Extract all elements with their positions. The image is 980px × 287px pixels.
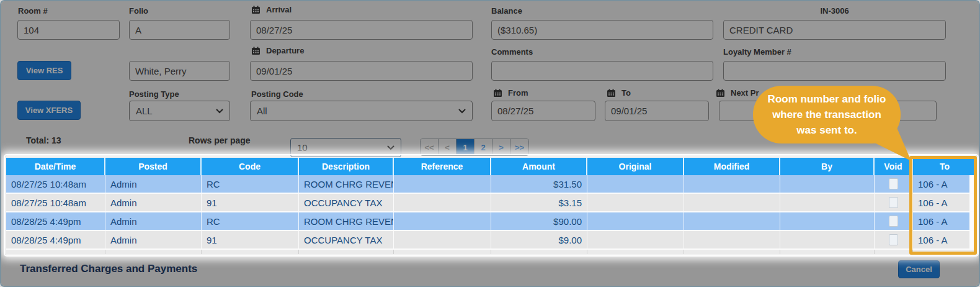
pagination-first-button[interactable]: << bbox=[421, 139, 439, 155]
column-header-reference: Reference bbox=[394, 158, 491, 175]
chevron-down-icon bbox=[458, 109, 466, 114]
total-count-label: Total: 13 bbox=[26, 135, 61, 145]
pagination-page-1-button[interactable]: 1 bbox=[457, 139, 474, 155]
next-payment-label: Next Pr bbox=[716, 88, 759, 98]
pagination: << < 1 2 > >> bbox=[420, 139, 529, 156]
column-header-amount: Amount bbox=[491, 158, 587, 175]
to-date-input[interactable] bbox=[605, 101, 709, 121]
chevron-down-icon bbox=[216, 109, 223, 114]
cancel-button[interactable]: Cancel bbox=[898, 260, 940, 278]
column-header-description: Description bbox=[299, 158, 394, 175]
column-header-to: To bbox=[913, 158, 976, 175]
column-header-original: Original bbox=[587, 158, 684, 175]
table-row[interactable]: 08/28/25 4:49pm Admin 91 OCCUPANCY TAX $… bbox=[6, 231, 976, 250]
comments-input[interactable] bbox=[491, 61, 713, 81]
chevron-down-icon bbox=[387, 145, 394, 150]
table-bottom-strip bbox=[6, 250, 976, 254]
pagination-prev-button[interactable]: < bbox=[439, 139, 457, 155]
folio-input[interactable] bbox=[129, 20, 230, 40]
posting-type-label: Posting Type bbox=[129, 89, 179, 99]
from-label: From bbox=[493, 88, 528, 98]
arrival-date-input[interactable] bbox=[250, 20, 473, 40]
from-date-input[interactable] bbox=[491, 101, 595, 121]
void-checkbox[interactable] bbox=[889, 216, 898, 227]
void-checkbox[interactable] bbox=[889, 178, 898, 189]
callout-bubble: Room number and folio where the transact… bbox=[753, 86, 901, 144]
pagination-last-button[interactable]: >> bbox=[510, 139, 528, 155]
loyalty-member-label: Loyalty Member # bbox=[723, 47, 791, 57]
guest-name-input[interactable] bbox=[129, 61, 230, 81]
transactions-table: Date/Time Posted Code Description Refere… bbox=[6, 158, 976, 254]
pagination-next-button[interactable]: > bbox=[492, 139, 510, 155]
column-header-void: Void bbox=[875, 158, 913, 175]
to-label: To bbox=[607, 88, 631, 98]
room-number-input[interactable] bbox=[17, 20, 120, 40]
rows-per-page-select[interactable]: 10 bbox=[290, 138, 401, 157]
calendar-icon bbox=[493, 89, 502, 98]
void-checkbox[interactable] bbox=[889, 234, 898, 245]
table-row[interactable]: 08/28/25 4:49pm Admin RC ROOM CHRG REVEN… bbox=[6, 212, 976, 231]
folio-label: Folio bbox=[129, 6, 148, 16]
posting-code-select[interactable]: All bbox=[250, 101, 473, 121]
void-checkbox[interactable] bbox=[889, 197, 898, 208]
calendar-icon bbox=[607, 89, 616, 98]
column-header-posted: Posted bbox=[105, 158, 202, 175]
page-title: Transferred Charges and Payments bbox=[20, 263, 197, 275]
column-header-code: Code bbox=[202, 158, 299, 175]
table-header-row: Date/Time Posted Code Description Refere… bbox=[6, 158, 976, 175]
payment-type-input[interactable] bbox=[723, 20, 946, 40]
calendar-icon bbox=[716, 89, 725, 98]
column-header-modified: Modified bbox=[684, 158, 780, 175]
comments-label: Comments bbox=[491, 47, 533, 57]
balance-label: Balance bbox=[491, 6, 522, 16]
view-res-button[interactable]: View RES bbox=[17, 61, 71, 80]
posting-code-label: Posting Code bbox=[251, 89, 303, 99]
pagination-page-2-button[interactable]: 2 bbox=[474, 139, 492, 155]
calendar-icon bbox=[251, 6, 261, 14]
posting-type-select[interactable]: ALL bbox=[129, 101, 230, 121]
room-number-label: Room # bbox=[18, 6, 48, 16]
balance-input[interactable] bbox=[491, 20, 713, 40]
transferred-charges-screen: Room # Folio Arrival Balance IN-3006 Vie… bbox=[0, 0, 980, 287]
departure-label: Departure bbox=[251, 46, 304, 55]
rows-per-page-label: Rows per page bbox=[189, 135, 251, 145]
table-row[interactable]: 08/27/25 10:48am Admin 91 OCCUPANCY TAX … bbox=[6, 194, 976, 212]
arrival-label: Arrival bbox=[251, 5, 292, 14]
view-xfers-button[interactable]: View XFERS bbox=[17, 101, 81, 120]
column-header-by: By bbox=[780, 158, 875, 175]
column-header-datetime: Date/Time bbox=[6, 158, 105, 175]
table-row[interactable]: 08/27/25 10:48am Admin RC ROOM CHRG REVE… bbox=[6, 175, 976, 194]
calendar-icon bbox=[251, 47, 261, 55]
loyalty-member-input[interactable] bbox=[723, 61, 946, 81]
invoice-number-label: IN-3006 bbox=[723, 6, 946, 16]
departure-date-input[interactable] bbox=[250, 61, 473, 81]
